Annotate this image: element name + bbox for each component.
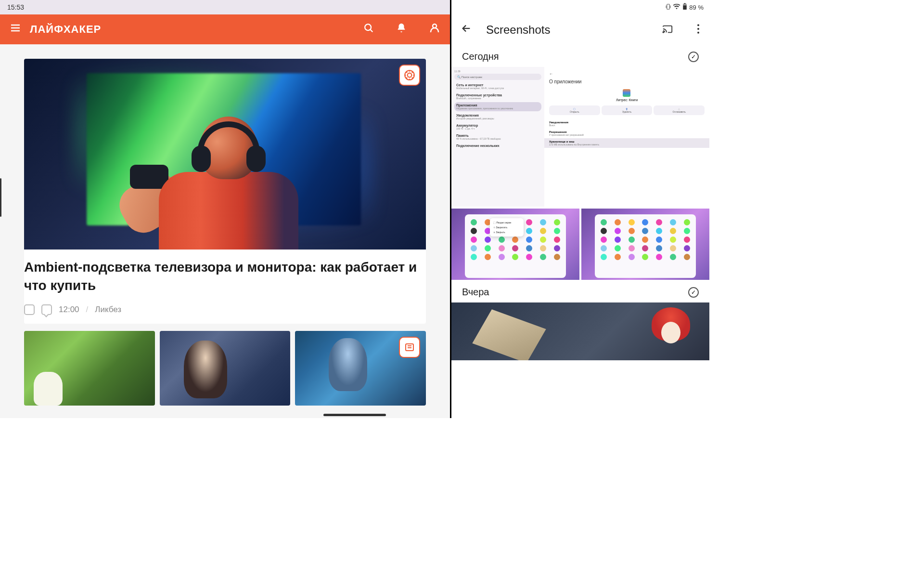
- battery-text: 89 %: [689, 4, 704, 11]
- article-meta: 12:00 / Ликбез: [24, 295, 426, 324]
- content-area[interactable]: Ambient-подсветка телевизора и монитора:…: [0, 44, 450, 418]
- article-category[interactable]: Ликбез: [95, 305, 121, 315]
- screenshot-thumb-settings[interactable]: 11:39 🔍 Поиск настроек Сеть и интернетМо…: [451, 67, 709, 207]
- wifi-icon: [673, 3, 680, 12]
- article-card[interactable]: Ambient-подсветка телевизора и монитора:…: [24, 59, 426, 324]
- thumb-3[interactable]: [295, 331, 426, 406]
- svg-point-7: [408, 73, 412, 78]
- section-today: Сегодня ✓: [451, 45, 709, 66]
- more-icon[interactable]: [697, 24, 700, 36]
- svg-point-6: [405, 70, 414, 80]
- menu-icon[interactable]: [10, 22, 21, 37]
- logo[interactable]: ЛАЙФХАКЕР: [30, 23, 101, 36]
- vibrate-icon: [666, 3, 671, 12]
- status-time: 15:53: [7, 3, 24, 11]
- article-hero-image[interactable]: [24, 59, 426, 250]
- section-yesterday: Вчера ✓: [451, 281, 709, 302]
- comment-icon[interactable]: [41, 304, 52, 315]
- category-badge-icon[interactable]: [399, 65, 420, 86]
- select-all-today-icon[interactable]: ✓: [688, 52, 699, 62]
- thumb-2[interactable]: [160, 331, 291, 406]
- section-yesterday-label: Вчера: [462, 287, 489, 298]
- svg-rect-15: [684, 3, 686, 3]
- thumb-1[interactable]: [24, 331, 155, 406]
- svg-point-19: [697, 24, 699, 26]
- status-bar-left: 15:53: [0, 0, 450, 14]
- bell-icon[interactable]: [396, 23, 407, 36]
- category-badge-news-icon[interactable]: [399, 337, 420, 358]
- svg-point-18: [663, 31, 664, 32]
- left-app-lifehacker: 15:53 ЛАЙФХАКЕР: [0, 0, 450, 418]
- svg-point-21: [697, 31, 699, 33]
- status-bar-right: 89 %: [451, 0, 709, 14]
- battery-icon: [682, 3, 687, 12]
- article-title[interactable]: Ambient-подсветка телевизора и монитора:…: [24, 250, 426, 295]
- svg-point-3: [365, 24, 371, 30]
- right-app-photos: 89 % Screenshots Сегодня ✓ 11:39: [450, 0, 709, 418]
- album-title: Screenshots: [486, 23, 638, 37]
- screenshot-thumb-anime[interactable]: [451, 302, 709, 360]
- svg-line-4: [370, 29, 372, 32]
- svg-rect-16: [683, 4, 687, 5]
- bookmark-icon[interactable]: [24, 304, 35, 315]
- svg-rect-11: [667, 4, 669, 9]
- search-icon[interactable]: [363, 23, 374, 36]
- screenshot-thumb-apps-1[interactable]: ⬚ Раздел экран ☆ Закрепить ⨯ Закрыть: [451, 209, 579, 280]
- cast-icon[interactable]: [662, 24, 673, 36]
- article-thumbs-row: [24, 331, 426, 406]
- section-today-label: Сегодня: [462, 51, 499, 62]
- profile-icon[interactable]: [429, 22, 440, 37]
- photos-header: Screenshots: [451, 14, 709, 45]
- meta-divider: /: [86, 305, 89, 315]
- back-icon[interactable]: [461, 23, 472, 37]
- svg-point-20: [697, 28, 699, 30]
- article-time: 12:00: [59, 305, 79, 315]
- screenshot-thumb-apps-2[interactable]: [581, 209, 709, 280]
- home-indicator[interactable]: [323, 414, 386, 416]
- select-all-yesterday-icon[interactable]: ✓: [688, 287, 699, 298]
- app-header: ЛАЙФХАКЕР: [0, 14, 450, 44]
